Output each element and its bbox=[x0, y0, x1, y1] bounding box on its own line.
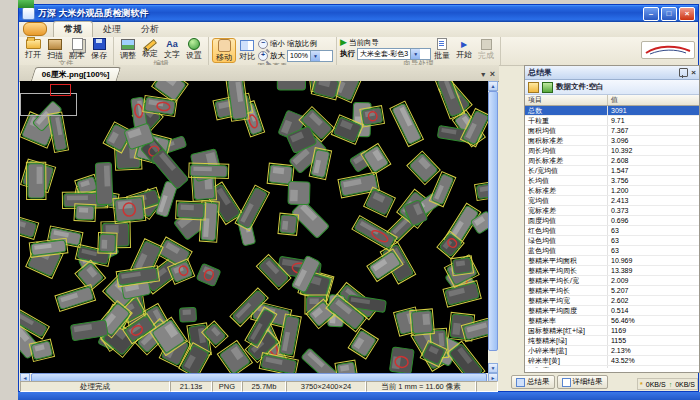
desktop-edge bbox=[0, 392, 18, 400]
table-row[interactable]: 宽标准差0.373 bbox=[525, 206, 699, 216]
results-toolbar: 数据文件:空白 bbox=[525, 80, 699, 95]
zoom-level-dropdown[interactable]: 100%▼ bbox=[287, 50, 333, 62]
table-row[interactable]: 整精米平均面积10.969 bbox=[525, 256, 699, 266]
scan-button[interactable]: 扫描 bbox=[44, 39, 66, 60]
row-value: 7.367 bbox=[608, 126, 699, 135]
table-row[interactable]: 整精米平均宽2.602 bbox=[525, 296, 699, 306]
execute-button[interactable]: 执行 bbox=[340, 50, 355, 58]
row-item: 长均值 bbox=[525, 176, 608, 185]
zoom-in-button[interactable]: 放大 bbox=[270, 52, 285, 60]
start-button[interactable]: ▶开始 bbox=[453, 40, 475, 59]
scroll-down-icon[interactable]: ▼ bbox=[488, 363, 498, 373]
image-menu-icon[interactable]: ▼ bbox=[480, 71, 487, 78]
row-value: 0.726 bbox=[608, 366, 699, 368]
table-row[interactable]: 周长标准差2.608 bbox=[525, 156, 699, 166]
copy-icon bbox=[72, 38, 83, 50]
table-row[interactable]: 整精米平均圆度0.514 bbox=[525, 306, 699, 316]
image-close-icon[interactable]: × bbox=[490, 69, 495, 79]
row-item: 周长均值 bbox=[525, 146, 608, 155]
tab-summary-results[interactable]: 总结果 bbox=[511, 375, 555, 389]
copy-button[interactable]: 副本 bbox=[66, 38, 88, 60]
row-item: 小碎米率[蓝] bbox=[525, 346, 608, 355]
row-item: 整精米平均宽 bbox=[525, 296, 608, 305]
table-row[interactable]: 整精米平均周长13.389 bbox=[525, 266, 699, 276]
table-row[interactable]: 透明度0.726 bbox=[525, 366, 699, 368]
row-item: 周长标准差 bbox=[525, 156, 608, 165]
table-row[interactable]: 红色均值63 bbox=[525, 226, 699, 236]
table-row[interactable]: 圆度均值0.696 bbox=[525, 216, 699, 226]
table-row[interactable]: 长均值3.756 bbox=[525, 176, 699, 186]
vertical-scrollbar[interactable]: ▲ ▼ bbox=[488, 81, 498, 373]
refresh-icon[interactable] bbox=[542, 82, 553, 93]
tab-analysis[interactable]: 分析 bbox=[131, 22, 169, 37]
table-row[interactable]: 纯整精米[绿]1155 bbox=[525, 336, 699, 346]
table-row[interactable]: 长标准差1.200 bbox=[525, 186, 699, 196]
row-item: 整精米平均面积 bbox=[525, 256, 608, 265]
status-message: 处理完成 bbox=[20, 381, 170, 392]
text-icon: Aa bbox=[166, 39, 178, 49]
row-item: 整精米平均周长 bbox=[525, 266, 608, 275]
row-item: 碎米率[黄] bbox=[525, 356, 608, 365]
row-value: 2.602 bbox=[608, 296, 699, 305]
export-icon[interactable] bbox=[528, 82, 539, 93]
scroll-up-icon[interactable]: ▲ bbox=[488, 81, 498, 91]
save-button[interactable]: 保存 bbox=[88, 38, 110, 60]
compare-button[interactable]: 对比 bbox=[236, 40, 258, 61]
vertical-scroll-thumb[interactable] bbox=[488, 91, 498, 351]
row-value: 1155 bbox=[608, 336, 699, 345]
row-item: 整精米平均圆度 bbox=[525, 306, 608, 315]
results-panel: 总结果 × 数据文件:空白 项目 值 总数3091千粒重9.71面积均值7.36… bbox=[524, 65, 700, 373]
row-item: 宽标准差 bbox=[525, 206, 608, 215]
calibrate-button[interactable]: 标定 bbox=[139, 40, 161, 58]
table-row[interactable]: 周长均值10.392 bbox=[525, 146, 699, 156]
settings-button[interactable]: 设置 bbox=[183, 38, 205, 60]
table-row[interactable]: 宽均值2.413 bbox=[525, 196, 699, 206]
start-button-fragment[interactable] bbox=[18, 0, 34, 8]
table-row[interactable]: 长/宽均值1.547 bbox=[525, 166, 699, 176]
group-view: 移动 对比 −缩小缩放比例 +放大 100%▼ 图像查看 bbox=[209, 37, 337, 65]
image-tab[interactable]: 06厘米.png[100%] bbox=[31, 67, 121, 81]
start-icon: ▶ bbox=[461, 40, 467, 49]
row-value: 0.373 bbox=[608, 206, 699, 215]
close-button[interactable]: × bbox=[679, 7, 695, 21]
specimen-image[interactable] bbox=[20, 81, 488, 373]
table-row[interactable]: 整精米率56.46% bbox=[525, 316, 699, 326]
table-row[interactable]: 总数3091 bbox=[525, 106, 699, 116]
zoom-out-button[interactable]: −缩小缩放比例 bbox=[258, 39, 333, 49]
status-format: PNG bbox=[212, 381, 242, 392]
pin-icon[interactable] bbox=[679, 68, 688, 77]
row-value: 63 bbox=[608, 226, 699, 235]
row-item: 绿色均值 bbox=[525, 236, 608, 245]
table-row[interactable]: 小碎米率[蓝]2.13% bbox=[525, 346, 699, 356]
table-row[interactable]: 蓝色均值63 bbox=[525, 246, 699, 256]
table-row[interactable]: 整精米平均长/宽2.009 bbox=[525, 276, 699, 286]
adjust-button[interactable]: 调整 bbox=[117, 39, 139, 60]
table-row[interactable]: 绿色均值63 bbox=[525, 236, 699, 246]
group-edit: 调整 标定 Aa文字 设置 编辑 bbox=[114, 37, 209, 65]
minimize-button[interactable]: – bbox=[643, 7, 659, 21]
table-row[interactable]: 千粒重9.71 bbox=[525, 116, 699, 126]
table-row[interactable]: 碎米率[黄]43.52% bbox=[525, 356, 699, 366]
network-monitor: * 0KB/S ↑ 0KB/S bbox=[637, 378, 698, 390]
restore-button[interactable]: □ bbox=[661, 7, 677, 21]
tab-process[interactable]: 处理 bbox=[93, 22, 131, 37]
batch-button[interactable]: 批量 bbox=[431, 38, 453, 60]
app-menu-button[interactable] bbox=[23, 22, 47, 36]
table-row[interactable]: 面积标准差3.096 bbox=[525, 136, 699, 146]
table-row[interactable]: 面积均值7.367 bbox=[525, 126, 699, 136]
panel-close-icon[interactable]: × bbox=[691, 69, 696, 77]
text-button[interactable]: Aa文字 bbox=[161, 39, 183, 59]
tab-detail-results[interactable]: 详细结果 bbox=[557, 375, 608, 389]
tab-general[interactable]: 常规 bbox=[53, 21, 93, 37]
row-value: 63 bbox=[608, 246, 699, 255]
move-tool-button[interactable]: 移动 bbox=[212, 38, 236, 63]
row-value: 2.413 bbox=[608, 196, 699, 205]
row-value: 3.096 bbox=[608, 136, 699, 145]
row-item: 长标准差 bbox=[525, 186, 608, 195]
table-row[interactable]: 国标整精米[红+绿]1169 bbox=[525, 326, 699, 336]
table-row[interactable]: 整精米平均长5.207 bbox=[525, 286, 699, 296]
taskbar[interactable] bbox=[0, 392, 700, 400]
upload-icon: ↑ bbox=[669, 381, 673, 388]
open-button[interactable]: 打开 bbox=[22, 39, 44, 59]
batch-icon bbox=[437, 38, 447, 50]
